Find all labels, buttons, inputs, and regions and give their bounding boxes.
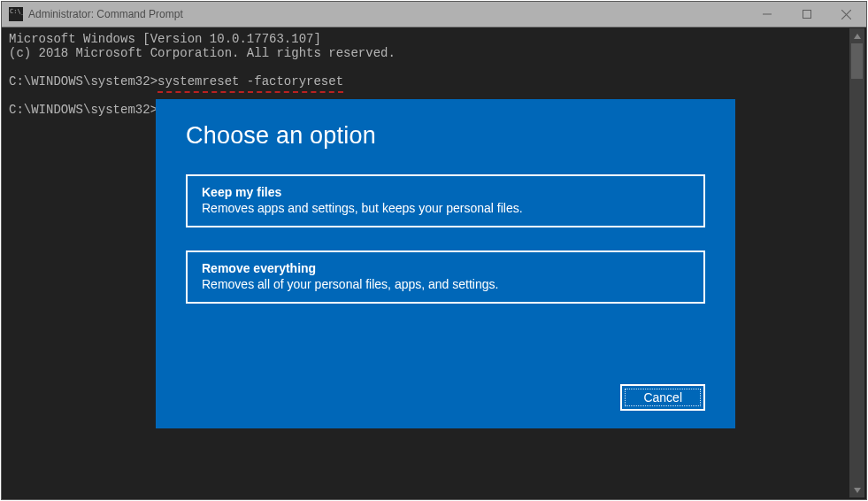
cmd-icon [9, 7, 23, 21]
option-title: Keep my files [202, 185, 689, 199]
vertical-scrollbar[interactable] [849, 28, 864, 497]
close-icon [841, 10, 851, 19]
console-line: (c) 2018 Microsoft Corporation. All righ… [9, 46, 396, 60]
chevron-down-icon [854, 487, 861, 494]
scrollbar-down-button[interactable] [849, 482, 864, 497]
scrollbar-up-button[interactable] [849, 28, 864, 43]
minimize-button[interactable] [747, 2, 787, 27]
chevron-up-icon [854, 33, 861, 40]
option-keep-my-files[interactable]: Keep my files Removes apps and settings,… [186, 174, 705, 227]
console-prompt: C:\WINDOWS\system32> [9, 74, 157, 89]
maximize-icon [803, 10, 811, 19]
svg-marker-5 [854, 488, 861, 493]
option-title: Remove everything [202, 261, 689, 275]
console-prompt: C:\WINDOWS\system32> [9, 103, 157, 117]
svg-rect-1 [803, 11, 810, 19]
option-remove-everything[interactable]: Remove everything Removes all of your pe… [186, 250, 705, 304]
console-line: Microsoft Windows [Version 10.0.17763.10… [9, 32, 321, 46]
minimize-icon [763, 10, 772, 19]
maximize-button[interactable] [787, 2, 826, 27]
window-titlebar[interactable]: Administrator: Command Prompt [2, 2, 866, 27]
svg-marker-4 [854, 34, 861, 39]
console-command: systemreset -factoryreset [157, 73, 343, 93]
scrollbar-thumb[interactable] [851, 43, 863, 79]
window-title: Administrator: Command Prompt [28, 8, 747, 20]
cancel-button[interactable]: Cancel [620, 384, 705, 411]
dialog-title: Choose an option [186, 122, 705, 150]
dialog-footer: Cancel [620, 384, 705, 411]
command-prompt-window: Administrator: Command Prompt Microsoft … [1, 1, 867, 500]
option-description: Removes apps and settings, but keeps you… [202, 201, 689, 215]
close-button[interactable] [826, 2, 866, 27]
window-controls [747, 2, 866, 27]
system-reset-dialog: Choose an option Keep my files Removes a… [156, 99, 735, 428]
option-description: Removes all of your personal files, apps… [202, 277, 689, 291]
